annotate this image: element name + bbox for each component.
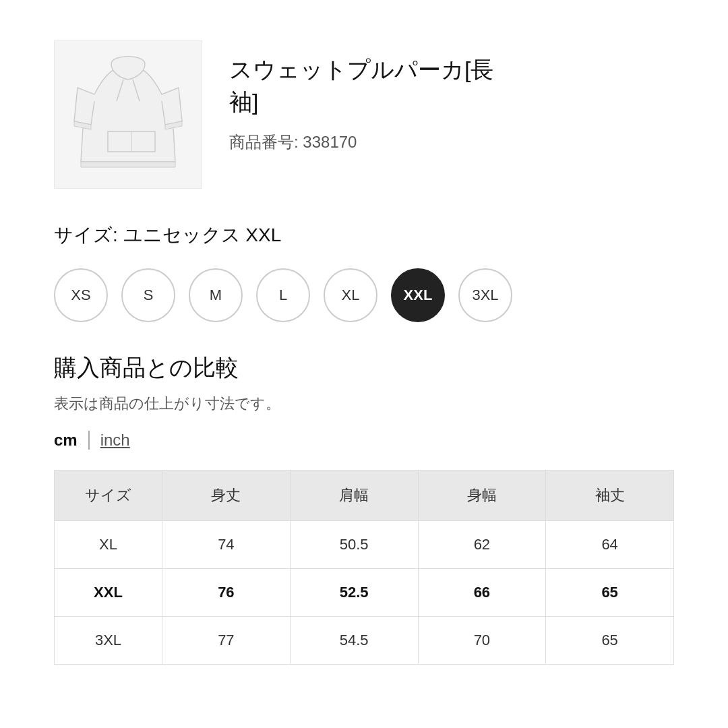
row-3xl-sleeve: 65 bbox=[546, 617, 674, 665]
hoodie-illustration bbox=[71, 54, 185, 175]
unit-toggle: cm inch bbox=[54, 431, 674, 450]
table-row: XL 74 50.5 62 64 bbox=[55, 521, 674, 569]
comparison-section: 購入商品との比較 表示は商品の仕上がり寸法です。 cm inch サイズ 身丈 … bbox=[54, 353, 674, 665]
row-xl-shoulder: 50.5 bbox=[290, 521, 418, 569]
row-3xl-body-length: 77 bbox=[162, 617, 291, 665]
col-header-size: サイズ bbox=[55, 471, 162, 521]
product-title: スウェットプルパーカ[長 袖] bbox=[229, 54, 493, 118]
size-label: サイズ: ユニセックス XXL bbox=[54, 222, 674, 248]
size-btn-s[interactable]: S bbox=[121, 268, 175, 322]
size-btn-xs[interactable]: XS bbox=[54, 268, 108, 322]
table-header-row: サイズ 身丈 肩幅 身幅 袖丈 bbox=[55, 471, 674, 521]
size-buttons: XS S M L XL XXL 3XL bbox=[54, 268, 674, 322]
col-header-body-length: 身丈 bbox=[162, 471, 291, 521]
row-xxl-shoulder: 52.5 bbox=[290, 569, 418, 617]
row-3xl-chest: 70 bbox=[418, 617, 546, 665]
col-header-shoulder: 肩幅 bbox=[290, 471, 418, 521]
row-3xl-size: 3XL bbox=[55, 617, 162, 665]
product-number: 商品番号: 338170 bbox=[229, 131, 493, 153]
unit-inch-label[interactable]: inch bbox=[100, 431, 130, 450]
product-info: スウェットプルパーカ[長 袖] 商品番号: 338170 bbox=[229, 40, 493, 153]
row-xxl-size: XXL bbox=[55, 569, 162, 617]
col-header-sleeve: 袖丈 bbox=[546, 471, 674, 521]
row-xl-size: XL bbox=[55, 521, 162, 569]
size-btn-m[interactable]: M bbox=[189, 268, 243, 322]
size-table: サイズ 身丈 肩幅 身幅 袖丈 XL 74 50.5 62 64 XXL 76 bbox=[54, 470, 674, 665]
page-container: スウェットプルパーカ[長 袖] 商品番号: 338170 サイズ: ユニセックス… bbox=[0, 0, 728, 728]
comparison-title: 購入商品との比較 bbox=[54, 353, 674, 384]
product-header: スウェットプルパーカ[長 袖] 商品番号: 338170 bbox=[54, 40, 674, 189]
size-btn-3xl[interactable]: 3XL bbox=[458, 268, 512, 322]
col-header-chest: 身幅 bbox=[418, 471, 546, 521]
row-3xl-shoulder: 54.5 bbox=[290, 617, 418, 665]
size-section: サイズ: ユニセックス XXL XS S M L XL XXL 3XL bbox=[54, 222, 674, 322]
row-xl-chest: 62 bbox=[418, 521, 546, 569]
comparison-subtitle: 表示は商品の仕上がり寸法です。 bbox=[54, 394, 674, 414]
row-xxl-sleeve: 65 bbox=[546, 569, 674, 617]
table-row: 3XL 77 54.5 70 65 bbox=[55, 617, 674, 665]
row-xl-sleeve: 64 bbox=[546, 521, 674, 569]
product-image bbox=[54, 40, 202, 189]
unit-cm-label[interactable]: cm bbox=[54, 431, 88, 450]
size-btn-xxl[interactable]: XXL bbox=[391, 268, 445, 322]
row-xl-body-length: 74 bbox=[162, 521, 291, 569]
size-btn-l[interactable]: L bbox=[256, 268, 310, 322]
row-xxl-body-length: 76 bbox=[162, 569, 291, 617]
unit-divider bbox=[88, 431, 90, 450]
row-xxl-chest: 66 bbox=[418, 569, 546, 617]
table-row-active: XXL 76 52.5 66 65 bbox=[55, 569, 674, 617]
size-btn-xl[interactable]: XL bbox=[324, 268, 377, 322]
